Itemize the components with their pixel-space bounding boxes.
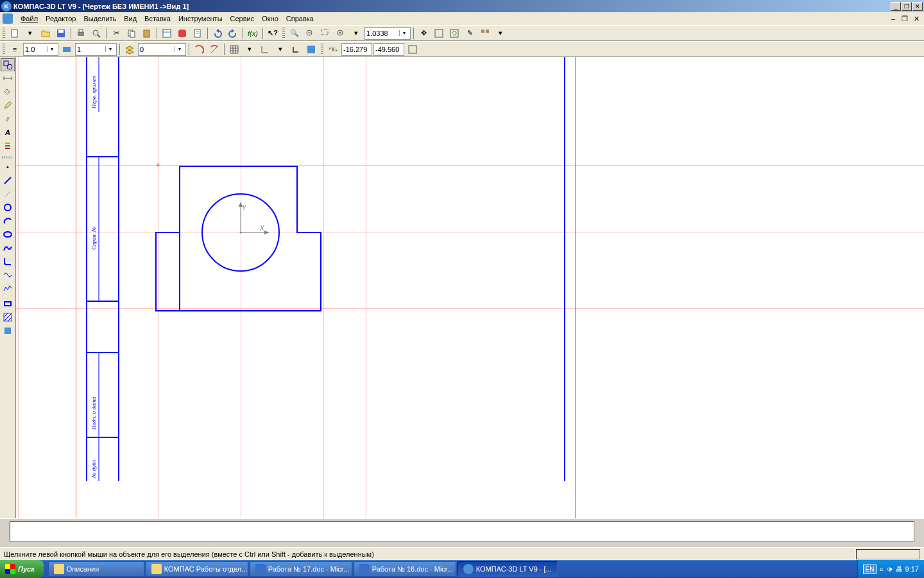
redraw-button[interactable]: ✎: [463, 26, 477, 40]
new-button[interactable]: [8, 26, 22, 40]
toolbar-grip-4[interactable]: [321, 44, 323, 55]
doc-props-button[interactable]: [191, 26, 205, 40]
line-weight-input[interactable]: 1.0▾: [23, 43, 58, 56]
save-button[interactable]: [54, 26, 68, 40]
zoom-out-button[interactable]: [303, 26, 317, 40]
zoom-input[interactable]: 1.0338▾: [364, 27, 411, 40]
zoom-dropdown[interactable]: ▾: [349, 26, 363, 40]
grid-button[interactable]: [227, 42, 241, 57]
measure-button[interactable]: A: [1, 126, 15, 139]
undo-button[interactable]: [210, 26, 225, 40]
polyline-button[interactable]: [1, 282, 15, 295]
toolbar-grip-3[interactable]: [3, 44, 5, 55]
chamfer-button[interactable]: [1, 268, 15, 281]
taskbar-item-0[interactable]: Описания: [48, 561, 144, 577]
zoom-in-button[interactable]: 🔍: [287, 26, 302, 40]
view-state-button[interactable]: [60, 42, 74, 57]
minimize-button[interactable]: _: [891, 2, 901, 11]
drawing-canvas[interactable]: Перв. примен Справ. № Подп. и дата № дуб…: [16, 57, 924, 518]
zoom-scale-button[interactable]: [334, 26, 348, 40]
coord-mode-button[interactable]: ˣYₓ: [326, 42, 340, 57]
snap-global-button[interactable]: [192, 42, 206, 57]
print-button[interactable]: [74, 26, 88, 40]
variables-button[interactable]: f(x): [246, 26, 260, 40]
toolbar-grip[interactable]: [3, 28, 5, 39]
doc-icon[interactable]: [3, 13, 13, 24]
toolbar-grip-2[interactable]: [282, 28, 285, 39]
message-input[interactable]: [10, 521, 914, 542]
start-button[interactable]: Пуск: [0, 560, 44, 578]
zoom-fit-button[interactable]: [432, 26, 446, 40]
tray-printer-icon[interactable]: 🖶: [896, 565, 903, 573]
properties-button[interactable]: [160, 26, 174, 40]
coord-y-input[interactable]: -49.560: [373, 43, 404, 56]
paste-button[interactable]: [140, 26, 154, 40]
aux-line-button[interactable]: [1, 188, 15, 200]
layer-input[interactable]: 1▾: [75, 43, 117, 56]
designations-button[interactable]: [1, 85, 15, 98]
tray-chevron-icon[interactable]: «: [879, 565, 883, 573]
local-cs-dropdown[interactable]: ▾: [273, 42, 287, 57]
snap-off-button[interactable]: [207, 42, 221, 57]
ortho-button[interactable]: [289, 42, 303, 57]
params-button[interactable]: ⫽: [1, 112, 15, 125]
taskbar-item-4[interactable]: КОМПАС-3D LT V9 - [...: [458, 561, 558, 577]
maximize-button[interactable]: ❐: [902, 2, 912, 11]
menu-window[interactable]: Окно: [258, 13, 282, 24]
coord-lock-button[interactable]: [406, 42, 420, 57]
line-weight-icon[interactable]: ≡: [8, 42, 22, 57]
system-tray[interactable]: EN « 🕩 🖶 9:17: [857, 560, 924, 578]
menu-insert[interactable]: Вставка: [141, 13, 175, 24]
hatch-button[interactable]: [1, 311, 15, 324]
grid-dropdown[interactable]: ▾: [243, 42, 257, 57]
ellipse-button[interactable]: [1, 228, 15, 241]
point-button[interactable]: •: [1, 161, 15, 173]
tray-volume-icon[interactable]: 🕩: [886, 565, 893, 573]
open-button[interactable]: [38, 26, 53, 40]
whats-this-button[interactable]: ↖?: [266, 26, 280, 40]
arc-button[interactable]: [1, 215, 15, 227]
fillet-button[interactable]: [1, 255, 15, 268]
preview-button[interactable]: [89, 26, 103, 40]
spline-button[interactable]: [1, 241, 15, 254]
edit-button[interactable]: [1, 99, 15, 112]
zoom-window-button[interactable]: [318, 26, 332, 40]
new-dropdown[interactable]: ▾: [23, 26, 37, 40]
tools-button[interactable]: [1, 139, 15, 152]
taskbar-item-3[interactable]: Работа № 16.doc - Micr...: [354, 561, 456, 577]
views-dropdown[interactable]: ▾: [493, 26, 508, 40]
menu-help[interactable]: Справка: [282, 13, 318, 24]
equidistant-button[interactable]: [1, 324, 15, 337]
taskbar-item-1[interactable]: КОМПАС Работы отдел...: [146, 561, 248, 577]
stop-button[interactable]: [175, 26, 189, 40]
style-input[interactable]: 0▾: [138, 43, 186, 56]
views-button[interactable]: [478, 26, 492, 40]
close-button[interactable]: ✕: [912, 2, 923, 11]
geometry-button[interactable]: [1, 58, 15, 71]
cut-button[interactable]: ✂: [109, 26, 123, 40]
menu-editor[interactable]: Редактор: [42, 13, 80, 24]
circle-button[interactable]: [1, 201, 15, 214]
coord-x-input[interactable]: -16.279: [341, 43, 372, 56]
menu-tools[interactable]: Инструменты: [175, 13, 227, 24]
language-indicator[interactable]: EN: [863, 565, 877, 574]
redo-button[interactable]: [226, 26, 240, 40]
menu-file[interactable]: Файл: [17, 13, 42, 24]
menu-service[interactable]: Сервис: [227, 13, 259, 24]
local-cs-button[interactable]: [258, 42, 272, 57]
clock[interactable]: 9:17: [905, 565, 919, 573]
layers-button[interactable]: [123, 42, 137, 57]
taskbar-item-2[interactable]: Работа № 17.doc - Micr...: [250, 561, 352, 577]
line-button[interactable]: [1, 174, 15, 187]
copy-button[interactable]: [124, 26, 139, 40]
doc-minimize-button[interactable]: –: [888, 14, 898, 23]
menu-view[interactable]: Вид: [120, 13, 141, 24]
doc-restore-button[interactable]: ❐: [900, 14, 910, 23]
pan-button[interactable]: ✥: [416, 26, 431, 40]
round-button[interactable]: [304, 42, 318, 57]
rectangle-button[interactable]: [1, 297, 15, 310]
refresh-button[interactable]: [447, 26, 461, 40]
menu-select[interactable]: Выделить: [80, 13, 120, 24]
dimensions-button[interactable]: [1, 72, 15, 85]
doc-close-button[interactable]: ✕: [911, 14, 921, 23]
